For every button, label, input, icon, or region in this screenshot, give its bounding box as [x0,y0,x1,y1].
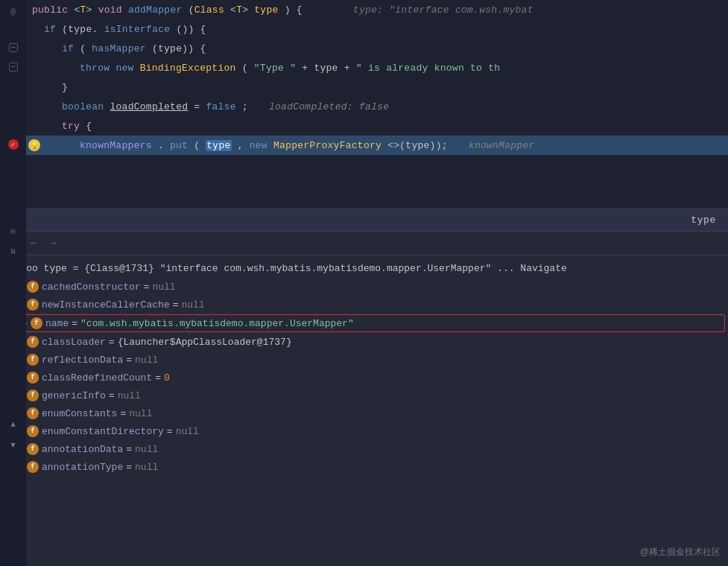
code-line-3-content: if ( hasMapper (type)) { [26,43,728,54]
sidebar-empty-1 [4,77,22,95]
debug-field-row[interactable]: freflectionData=null [0,351,728,369]
field-equals: = [144,282,150,293]
field-value: null [176,426,199,437]
debug-header: type [0,209,728,232]
debug-toolbar: ⊞ ← → [0,232,728,255]
code-line-2-content: if (type. isInterface ()) { [26,24,728,35]
field-value: 0 [164,372,170,384]
debug-field-row[interactable]: ▶fname="com.wsh.mybatis.mybatisdemo.mapp… [3,314,725,332]
sidebar-empty-2 [4,97,22,115]
code-line-4-content: throw new BindingException ( "Type " + t… [26,63,728,74]
debug-field-row[interactable]: fannotationType=null [0,458,728,476]
field-value: null [152,282,175,293]
field-equals: = [126,444,132,455]
field-type-icon: f [27,299,39,311]
field-equals: = [126,462,132,473]
debug-field-row[interactable]: fgenericInfo=null [0,387,728,404]
field-value: null [135,462,158,473]
debug-field-row[interactable]: fenumConstants=null [0,404,728,422]
watermark: @稀土掘金技术社区 [640,546,721,559]
sidebar-at-icon[interactable]: @ [4,3,22,21]
root-node-text: oo type = {Class@1731} "interface com.ws… [26,263,567,274]
debug-field-row[interactable]: fnewInstanceCallerCache=null [0,296,728,314]
field-equals: = [167,426,173,437]
field-name-label: classRedefinedCount [42,372,152,384]
debug-up-icon[interactable]: ▲ [4,416,22,433]
debug-down-icon[interactable]: ▼ [4,436,22,454]
sidebar-minus-icon-2[interactable]: − [4,58,22,76]
field-type-icon: f [27,461,39,473]
code-line-2: if (type. isInterface ()) { [26,19,728,39]
debug-field-row[interactable]: fenumConstantDirectory=null [0,422,728,440]
field-name-label: annotationData [42,444,123,455]
field-type-icon: f [27,281,39,293]
code-line-7-content: try { [26,121,728,132]
field-value: null [118,390,141,401]
debug-sb-1[interactable]: ⊞ [4,222,22,240]
code-line-3: if ( hasMapper (type)) { [26,39,728,58]
forward-button[interactable]: → [45,235,61,252]
field-value: null [129,408,152,419]
field-equals: = [155,372,161,384]
field-equals: = [126,354,132,366]
field-value: null [135,444,158,455]
sidebar: @ − − ✓ ⊞ N ▲ ▼ [0,0,26,566]
field-equals: = [109,337,115,348]
field-type-icon: f [27,389,39,401]
field-value: null [181,299,204,311]
field-value: "com.wsh.mybatis.mybatisdemo.mapper.User… [80,318,354,329]
code-line-5: } [26,77,728,97]
field-value: {Launcher$AppClassLoader@1737} [118,337,292,348]
bulb-icon: 💡 [28,139,40,151]
debug-field-row[interactable]: ▶fclassLoader={Launcher$AppClassLoader@1… [0,333,728,351]
field-type-icon: f [27,336,39,348]
code-line-5-content: } [26,82,728,93]
code-line-4: throw new BindingException ( "Type " + t… [26,58,728,77]
sidebar-breakpoint[interactable]: ✓ [4,136,22,153]
field-type-icon: f [27,407,39,419]
field-equals: = [72,318,77,329]
field-name-label: enumConstants [42,408,117,419]
field-name-label: classLoader [42,337,106,348]
tooltip-inline: type: "interface com.wsh.mybat [353,4,534,16]
field-equals: = [173,299,179,311]
field-type-icon: f [27,443,39,455]
code-line-1: public <T> void addMapper (Class <T> typ… [26,0,728,19]
field-name-label: genericInfo [42,390,106,401]
code-line-1-content: public <T> void addMapper (Class <T> typ… [26,4,728,16]
kw-public: public [32,4,68,16]
field-name-label: reflectionData [42,354,123,366]
field-equals: = [120,408,126,419]
code-line-8: 💡 knownMappers . put ( type , new Mapper… [26,136,728,155]
back-button[interactable]: ← [25,235,42,252]
debug-panel-title: type [691,214,716,226]
field-type-icon: f [27,372,39,384]
field-name-label: enumConstantDirectory [42,426,164,437]
code-line-7: try { [26,116,728,136]
code-line-6-content: boolean loadCompleted = false ; loadComp… [26,101,728,112]
debug-panel: type ⊞ ← → ▼ oo oo type = {Class@1731} "… [0,209,728,566]
sidebar-minus-icon-1[interactable]: − [4,39,22,57]
debug-fields-list: fcachedConstructor=null fnewInstanceCall… [0,278,728,476]
field-name-label: name [45,318,69,329]
debug-field-row[interactable]: fannotationData=null [0,440,728,458]
field-type-icon: f [31,317,42,329]
field-type-icon: f [27,425,39,437]
field-name-label: cachedConstructor [42,282,141,293]
code-line-8-content: knownMappers . put ( type , new MapperPr… [26,140,728,151]
field-equals: = [109,390,115,401]
field-name-label: annotationType [42,462,123,473]
debug-field-row[interactable]: fcachedConstructor=null [0,278,728,296]
field-name-label: newInstanceCallerCache [42,299,170,311]
debug-field-row[interactable]: fclassRedefinedCount=0 [0,369,728,387]
root-node[interactable]: ▼ oo oo type = {Class@1731} "interface c… [0,258,728,278]
code-line-6: boolean loadCompleted = false ; loadComp… [26,97,728,116]
field-value: null [135,354,158,366]
sidebar-empty-3 [4,116,22,134]
debug-content: ▼ oo oo type = {Class@1731} "interface c… [0,255,728,566]
debug-sb-N[interactable]: N [4,243,22,261]
field-type-icon: f [27,354,39,366]
